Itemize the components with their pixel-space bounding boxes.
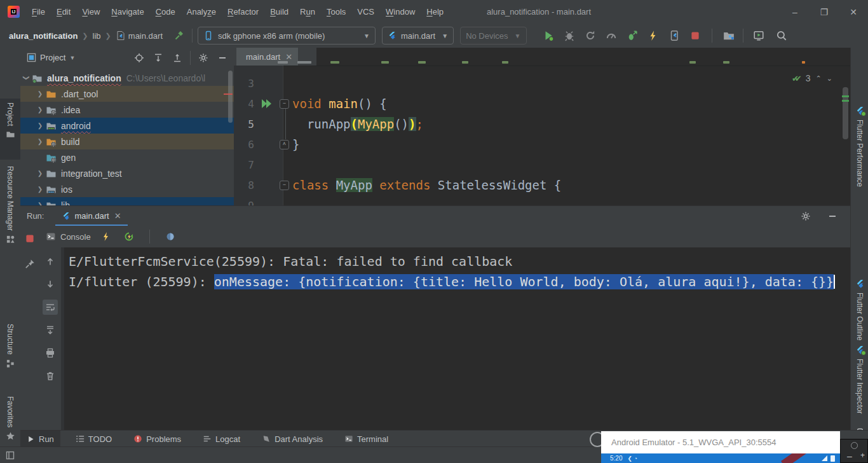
scroll-down-icon[interactable] <box>43 277 58 292</box>
hide-icon[interactable] <box>215 50 230 66</box>
console-output[interactable]: E/FlutterFcmService(25599): Fatal: faile… <box>61 247 850 431</box>
emulator-icon[interactable] <box>751 28 766 43</box>
tool-window-button-dart-analysis[interactable]: Dart Analysis <box>255 431 329 447</box>
stripe-item-resource-manager[interactable]: Resource Manager <box>0 162 20 297</box>
chevron-icon[interactable]: ❯ <box>34 138 46 145</box>
tree-row-ios[interactable]: ❯ios <box>20 181 234 197</box>
emulator-power-icon[interactable] <box>851 442 858 449</box>
project-view-selector[interactable]: Project ▼ <box>27 53 75 62</box>
debug-icon[interactable] <box>562 28 577 43</box>
code-area[interactable]: void main() { runApp(MyApp());}class MyA… <box>234 73 841 205</box>
expand-all-icon[interactable] <box>151 50 166 66</box>
stripe-item-project[interactable]: Project <box>0 99 20 160</box>
tree-row-build[interactable]: ❯build <box>20 134 234 149</box>
inspection-ok-icon: ✔✔ <box>792 74 798 83</box>
run-icon[interactable] <box>541 28 556 43</box>
emulator-side-toolbar[interactable]: – + <box>840 439 868 463</box>
menu-build[interactable]: Build <box>264 7 294 17</box>
menu-file[interactable]: File <box>26 7 51 17</box>
stop-icon[interactable] <box>688 28 703 43</box>
maximize-icon[interactable]: ❐ <box>810 0 839 24</box>
settings-icon[interactable] <box>798 209 813 224</box>
emulator-volume-down-icon[interactable]: – <box>847 451 852 461</box>
console-tab[interactable]: Console <box>46 232 91 242</box>
stripe-item-flutter-inspector[interactable]: Flutter Inspector <box>851 342 868 432</box>
tool-window-button-problems[interactable]: Problems <box>127 431 187 447</box>
clear-icon[interactable] <box>43 368 58 384</box>
menu-vcs[interactable]: VCS <box>351 7 380 17</box>
devtools-icon[interactable] <box>163 229 178 244</box>
tree-row-root[interactable]: ❯alura_notificationC:\Users\Leonardo\l <box>20 70 234 86</box>
breadcrumb-lib[interactable]: lib <box>93 31 101 41</box>
tool-window-button-logcat[interactable]: Logcat <box>196 431 247 447</box>
locate-icon[interactable] <box>132 50 147 66</box>
tree-row-lib[interactable]: ❯lib <box>20 197 234 205</box>
menu-run[interactable]: Run <box>294 7 321 17</box>
device-selector-dropdown[interactable]: sdk gphone x86 arm (mobile) ▼ <box>198 27 376 45</box>
stripe-label: Structure <box>6 324 15 355</box>
menu-analyze[interactable]: Analyze <box>181 7 222 17</box>
chevron-icon[interactable]: ❯ <box>34 122 46 129</box>
emulator-title-bar[interactable]: Android Emulator - 5.1_WVGA_API_30:5554 <box>601 431 840 453</box>
editor-tab-main-dart[interactable]: main.dart ✕ <box>236 48 298 66</box>
menu-view[interactable]: View <box>76 7 105 17</box>
hot-restart-icon[interactable] <box>121 229 137 244</box>
next-issue-icon[interactable]: ⌄ <box>827 74 832 83</box>
soft-wrap-icon[interactable] <box>43 300 58 315</box>
tree-row-gen[interactable]: gen <box>20 149 234 165</box>
tool-window-button-run[interactable]: Run <box>20 431 60 447</box>
flutter-device-dropdown[interactable]: No Devices ▼ <box>460 27 526 45</box>
hot-reload-icon[interactable] <box>98 229 114 244</box>
menu-edit[interactable]: Edit <box>51 7 76 17</box>
minimize-icon[interactable]: – <box>780 0 810 24</box>
print-icon[interactable] <box>43 345 58 361</box>
device-file-explorer-icon[interactable] <box>721 28 736 43</box>
search-icon[interactable] <box>774 28 789 43</box>
run-config-dropdown[interactable]: main.dart ▼ <box>382 27 454 45</box>
menu-code[interactable]: Code <box>150 7 181 17</box>
chevron-icon[interactable]: ❯ <box>34 106 46 113</box>
tree-row-android[interactable]: ❯android <box>20 118 234 134</box>
stop-icon[interactable] <box>22 231 37 246</box>
prev-issue-icon[interactable]: ⌃ <box>816 74 822 83</box>
project-scrollbar[interactable] <box>228 71 233 123</box>
inspections-widget[interactable]: ✔✔ 3 ⌃ ⌄ <box>792 73 832 83</box>
chevron-icon[interactable]: ❯ <box>34 90 46 97</box>
close-icon[interactable]: ✕ <box>285 52 292 62</box>
hot-reload-icon[interactable] <box>646 28 661 43</box>
menu-refactor[interactable]: Refactor <box>222 7 264 17</box>
breadcrumb-alura_notification[interactable]: alura_notification <box>9 31 78 41</box>
build-hammer-icon[interactable] <box>172 28 187 43</box>
gauge-icon[interactable] <box>604 28 619 43</box>
stripe-item-flutter-performance[interactable]: Flutter Performance <box>851 102 868 212</box>
attach-debugger-icon[interactable] <box>625 28 640 43</box>
close-icon[interactable]: ✕ <box>839 0 868 24</box>
emulator-volume-up-icon[interactable]: + <box>860 451 865 460</box>
flutter-device-icon[interactable] <box>667 28 682 43</box>
collapse-all-icon[interactable] <box>170 50 185 66</box>
editor[interactable]: main.dart ✕ 34−56˄78−9 void main() { run… <box>234 48 850 205</box>
chevron-icon[interactable]: ❯ <box>34 186 46 193</box>
close-icon[interactable]: ✕ <box>114 211 121 221</box>
tree-row-dot-dart_tool[interactable]: ❯.dart_tool <box>20 86 234 102</box>
tool-window-switcher-icon[interactable] <box>5 450 15 460</box>
tool-window-button-todo[interactable]: TODO <box>69 431 118 447</box>
tree-row-integration_test[interactable]: ❯integration_test <box>20 165 234 181</box>
scroll-up-icon[interactable] <box>43 254 58 269</box>
breadcrumb-main.dart[interactable]: main.dart <box>116 31 163 41</box>
stripe-item-structure[interactable]: Structure <box>0 320 20 392</box>
chevron-icon[interactable]: ❯ <box>23 73 30 84</box>
menu-window[interactable]: Window <box>380 7 421 17</box>
chevron-icon[interactable]: ❯ <box>34 170 46 177</box>
profile-icon[interactable] <box>583 28 598 43</box>
settings-icon[interactable] <box>196 50 211 66</box>
tree-row-dot-idea[interactable]: ❯.idea <box>20 102 234 118</box>
menu-help[interactable]: Help <box>421 7 449 17</box>
pin-icon[interactable] <box>22 256 37 272</box>
menu-tools[interactable]: Tools <box>321 7 351 17</box>
hide-icon[interactable] <box>825 209 840 224</box>
scroll-to-end-icon[interactable] <box>43 322 58 338</box>
menu-navigate[interactable]: Navigate <box>105 7 149 17</box>
tool-window-button-terminal[interactable]: Terminal <box>338 431 395 447</box>
run-tab-main-dart[interactable]: main.dart ✕ <box>55 206 127 226</box>
